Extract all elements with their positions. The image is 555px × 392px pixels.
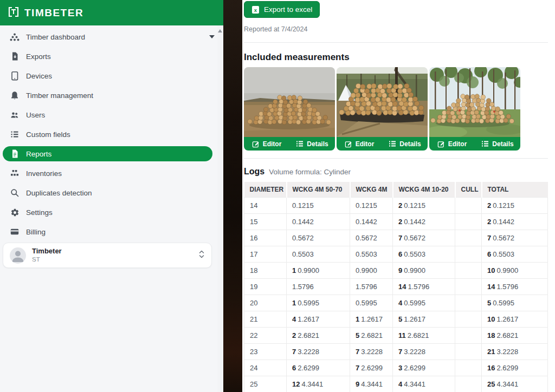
- table-cell: 0.1215: [287, 198, 350, 214]
- measurement-photo[interactable]: [244, 67, 335, 137]
- details-list-icon: [481, 140, 489, 147]
- chevron-up-down-icon[interactable]: [198, 250, 205, 261]
- card-action-bar: Editor Details: [244, 137, 335, 151]
- list-icon: [10, 129, 20, 139]
- log-pile-icon: [10, 32, 20, 42]
- table-cell: 0.5995: [350, 295, 393, 311]
- table-cell: 0.5672: [287, 230, 350, 246]
- boxes-icon: [10, 168, 20, 178]
- main-content: x Export to excel Reported at 7/4/2024 I…: [242, 0, 555, 392]
- sidebar-item-label: Inventories: [26, 169, 62, 178]
- table-cell: 101.2617: [482, 311, 548, 328]
- sidebar-item-label: Custom fields: [26, 130, 70, 139]
- sidebar-nav: Timber dashboardExportsDevicesTimber man…: [0, 25, 223, 241]
- table-cell: 10.9900: [287, 263, 350, 279]
- table-cell: 0.9900: [350, 263, 393, 279]
- sidebar-item-inventories[interactable]: Inventories: [0, 164, 223, 183]
- diameter-cell: 20: [244, 295, 287, 311]
- measurement-card: Editor Details: [337, 67, 428, 151]
- table-cell: 124.3441: [287, 376, 350, 392]
- table-row: 25124.344194.344144.3441254.3441: [244, 376, 548, 392]
- scroll-up-arrow-icon[interactable]: [218, 29, 222, 32]
- diameter-cell: 18: [244, 263, 287, 279]
- table-cell: 112.6821: [393, 328, 455, 344]
- details-button[interactable]: Details: [475, 137, 520, 151]
- sidebar-item-reports[interactable]: Reports: [3, 146, 212, 161]
- sidebar-item-timber-management[interactable]: Timber management: [0, 86, 223, 105]
- background-strip: [223, 0, 242, 392]
- card-action-bar: Editor Details: [337, 137, 428, 151]
- table-row: 2010.59950.599540.599550.5995: [244, 295, 548, 311]
- app-window: TIMBETER Timber dashboardExportsDevicesT…: [0, 0, 555, 392]
- table-cell: [455, 246, 482, 263]
- diameter-cell: 22: [244, 328, 287, 344]
- diameter-cell: 15: [244, 214, 287, 230]
- table-row: 160.56720.567270.567270.5672: [244, 230, 548, 246]
- table-cell: [455, 198, 482, 214]
- user-subtitle: ST: [32, 256, 62, 263]
- table-cell: 0.5503: [350, 246, 393, 263]
- diameter-cell: 21: [244, 311, 287, 328]
- table-cell: 62.6299: [287, 360, 350, 376]
- table-cell: 50.5995: [482, 295, 548, 311]
- sidebar-item-label: Billing: [26, 228, 46, 236]
- details-list-icon: [296, 140, 304, 147]
- included-measurements-heading: Included measurements: [244, 52, 548, 63]
- sidebar-item-settings[interactable]: Settings: [0, 202, 223, 222]
- table-cell: 10.5995: [287, 295, 350, 311]
- user-card[interactable]: Timbeter ST: [3, 243, 212, 268]
- bell-icon: [10, 90, 20, 100]
- brand-title: TIMBETER: [24, 7, 83, 19]
- export-to-excel-button[interactable]: x Export to excel: [244, 1, 320, 18]
- table-cell: 72.6299: [350, 360, 393, 376]
- details-button[interactable]: Details: [382, 137, 428, 151]
- diameter-cell: 16: [244, 230, 287, 246]
- sidebar-item-label: Timber dashboard: [26, 33, 85, 41]
- table-cell: 20.1215: [482, 198, 548, 214]
- table-cell: 1.5796: [287, 279, 350, 295]
- column-header: WCKG 4M: [350, 182, 393, 198]
- details-button[interactable]: Details: [289, 137, 335, 151]
- sidebar-item-billing[interactable]: Billing: [0, 222, 223, 241]
- sidebar-item-users[interactable]: Users: [0, 105, 223, 125]
- editor-button[interactable]: Editor: [337, 137, 382, 151]
- gear-icon: [10, 207, 20, 217]
- measurement-photo[interactable]: [337, 67, 428, 137]
- diameter-cell: 25: [244, 376, 287, 392]
- table-cell: 0.1442: [287, 214, 350, 230]
- avatar: [10, 247, 26, 264]
- volume-formula-subtitle: Volume formula: Cylinder: [269, 167, 351, 177]
- sidebar-item-custom-fields[interactable]: Custom fields: [0, 125, 223, 144]
- sidebar-item-exports[interactable]: Exports: [0, 47, 223, 66]
- table-cell: 100.9900: [482, 263, 548, 279]
- measurement-card: Editor Details: [429, 67, 520, 151]
- diameter-cell: 24: [244, 360, 287, 376]
- editor-label: Editor: [448, 140, 467, 148]
- table-cell: [455, 328, 482, 344]
- table-cell: 22.6821: [287, 328, 350, 344]
- divider: [244, 42, 548, 43]
- table-cell: 141.5796: [482, 279, 548, 295]
- logs-header: Logs Volume formula: Cylinder: [244, 166, 548, 177]
- table-cell: 90.9900: [393, 263, 455, 279]
- sidebar-item-devices[interactable]: Devices: [0, 66, 223, 86]
- editor-button[interactable]: Editor: [429, 137, 475, 151]
- chevron-down-icon[interactable]: [209, 35, 215, 38]
- table-cell: 0.1442: [350, 214, 393, 230]
- table-cell: 182.6821: [482, 328, 548, 344]
- table-cell: 0.5503: [287, 246, 350, 263]
- sidebar-item-timber-dashboard[interactable]: Timber dashboard: [0, 27, 223, 47]
- table-cell: 73.2228: [393, 344, 455, 360]
- search-icon: [10, 188, 20, 198]
- table-cell: 213.2228: [482, 344, 548, 360]
- tablet-icon: [10, 71, 20, 81]
- sidebar-item-label: Duplicates detection: [26, 189, 92, 197]
- editor-button[interactable]: Editor: [244, 137, 289, 151]
- table-row: 2222.682152.6821112.6821182.6821: [244, 328, 548, 344]
- column-header: WCKG 4M 10-20: [393, 182, 455, 198]
- column-header: CULL: [455, 182, 482, 198]
- sidebar-item-duplicates-detection[interactable]: Duplicates detection: [0, 183, 223, 202]
- logs-title: Logs: [244, 166, 264, 177]
- sidebar-scrollbar[interactable]: [217, 25, 223, 392]
- measurement-photo[interactable]: [429, 67, 520, 137]
